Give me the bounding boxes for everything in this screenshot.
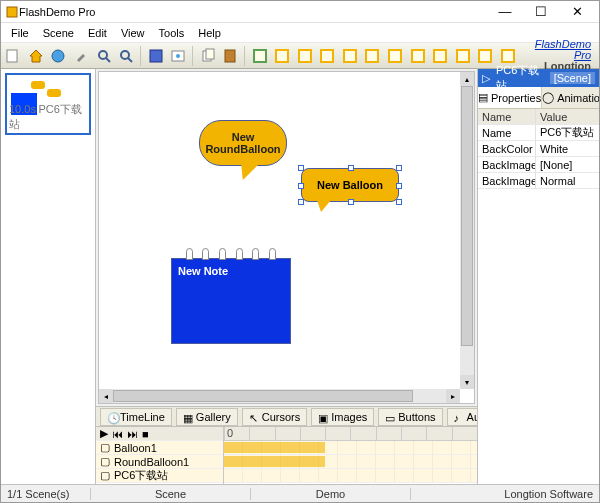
insert-note-icon[interactable]: [340, 45, 361, 67]
folder-icon: ▢: [100, 441, 110, 454]
insert-button-icon[interactable]: [407, 45, 428, 67]
wrench-icon[interactable]: [71, 45, 92, 67]
home-icon[interactable]: [26, 45, 47, 67]
insert-cursor-icon[interactable]: [249, 45, 270, 67]
scroll-up-icon[interactable]: ▴: [460, 72, 474, 86]
menu-help[interactable]: Help: [192, 25, 227, 41]
resize-handle[interactable]: [396, 183, 402, 189]
property-row[interactable]: BackColorWhite: [478, 141, 599, 157]
menu-tools[interactable]: Tools: [153, 25, 191, 41]
scrollbar-thumb[interactable]: [113, 390, 413, 402]
title-bar: FlashDemo Pro — ☐ ✕: [1, 1, 599, 23]
menu-file[interactable]: File: [5, 25, 35, 41]
new-icon[interactable]: [3, 45, 24, 67]
scene-header-icon: ▷: [482, 72, 490, 85]
timeline-controls: ▶ ⏮ ⏭ ■: [96, 427, 223, 441]
status-mode: Scene: [91, 488, 251, 500]
insert-image-icon[interactable]: [385, 45, 406, 67]
tab-buttons[interactable]: ▭Buttons: [378, 408, 442, 426]
svg-rect-1: [7, 50, 17, 62]
status-state: Demo: [251, 488, 411, 500]
stop-icon[interactable]: ■: [142, 428, 149, 440]
scroll-down-icon[interactable]: ▾: [460, 375, 474, 389]
svg-point-6: [121, 51, 129, 59]
horizontal-scrollbar[interactable]: ◂ ▸: [99, 389, 460, 403]
balloon-object[interactable]: New Balloon: [301, 168, 399, 202]
vertical-scrollbar[interactable]: ▴ ▾: [460, 72, 474, 389]
resize-handle[interactable]: [348, 199, 354, 205]
copy-icon[interactable]: [197, 45, 218, 67]
timeline-track[interactable]: ▢Balloon1: [96, 441, 223, 455]
toolbar-separator: [140, 46, 141, 66]
gallery-icon: ▦: [183, 412, 193, 422]
tab-images[interactable]: ▣Images: [311, 408, 374, 426]
zoom-in-icon[interactable]: [116, 45, 137, 67]
note-spiral-icon: [181, 248, 281, 260]
image-icon: ▣: [318, 412, 328, 422]
tab-cursors[interactable]: ↖Cursors: [242, 408, 308, 426]
thumbnail-label: 10.0s PC6下载站: [9, 102, 89, 132]
status-bar: 1/1 Scene(s) Scene Demo Longtion Softwar…: [1, 484, 599, 502]
scroll-right-icon[interactable]: ▸: [446, 389, 460, 403]
resize-handle[interactable]: [298, 165, 304, 171]
canvas[interactable]: New RoundBalloon New Balloon: [99, 72, 474, 403]
property-row[interactable]: NamePC6下载站: [478, 125, 599, 141]
insert-audio-icon[interactable]: [475, 45, 496, 67]
track-row[interactable]: [224, 441, 477, 455]
paste-icon[interactable]: [220, 45, 241, 67]
scene-header[interactable]: ▷ PC6下载站 [Scene]: [478, 69, 599, 87]
main-area: 10.0s PC6下载站 New RoundBalloon New Balloo…: [1, 69, 599, 484]
forward-icon[interactable]: ⏭: [127, 428, 138, 440]
button-icon: ▭: [385, 412, 395, 422]
insert-frame-icon[interactable]: [272, 45, 293, 67]
zoom-out-icon[interactable]: [93, 45, 114, 67]
timeline-track[interactable]: ▢PC6下载站: [96, 469, 223, 483]
preview-icon[interactable]: [168, 45, 189, 67]
tab-gallery[interactable]: ▦Gallery: [176, 408, 238, 426]
timeline-track[interactable]: ▢RoundBalloon1: [96, 455, 223, 469]
timeline-grid[interactable]: 0: [224, 427, 477, 484]
insert-text-icon[interactable]: [362, 45, 383, 67]
property-row[interactable]: BackImageStyNormal: [478, 173, 599, 189]
balloon-text: New Balloon: [317, 179, 383, 191]
maximize-button[interactable]: ☐: [523, 3, 559, 21]
property-tabs: ▤Properties ◯Animation: [478, 87, 599, 109]
resize-handle[interactable]: [396, 199, 402, 205]
note-object[interactable]: New Note: [171, 248, 291, 344]
insert-roundballoon-icon[interactable]: [317, 45, 338, 67]
svg-line-5: [106, 58, 110, 62]
rewind-icon[interactable]: ⏮: [112, 428, 123, 440]
note-text: New Note: [178, 265, 228, 277]
menu-view[interactable]: View: [115, 25, 151, 41]
minimize-button[interactable]: —: [487, 3, 523, 21]
tab-properties[interactable]: ▤Properties: [478, 87, 542, 108]
close-button[interactable]: ✕: [559, 3, 595, 21]
window-title: FlashDemo Pro: [19, 6, 487, 18]
menu-edit[interactable]: Edit: [82, 25, 113, 41]
timeline-ruler: 0: [224, 427, 477, 441]
resize-handle[interactable]: [396, 165, 402, 171]
tab-animation[interactable]: ◯Animation: [542, 87, 600, 108]
insert-balloon-icon[interactable]: [295, 45, 316, 67]
insert-shape-icon[interactable]: [430, 45, 451, 67]
menu-scene[interactable]: Scene: [37, 25, 80, 41]
scrollbar-thumb[interactable]: [461, 86, 473, 346]
brand-product[interactable]: FlashDemo Pro: [520, 39, 591, 61]
canvas-viewport: New RoundBalloon New Balloon: [98, 71, 475, 404]
tab-timeline[interactable]: 🕓TimeLine: [100, 408, 172, 426]
resize-handle[interactable]: [298, 199, 304, 205]
scroll-left-icon[interactable]: ◂: [99, 389, 113, 403]
play-icon[interactable]: ▶: [100, 427, 108, 440]
property-row[interactable]: BackImage[None]: [478, 157, 599, 173]
save-icon[interactable]: [145, 45, 166, 67]
globe-icon[interactable]: [48, 45, 69, 67]
track-row[interactable]: [224, 455, 477, 469]
round-balloon-object[interactable]: New RoundBalloon: [199, 120, 287, 166]
insert-highlight-icon[interactable]: [452, 45, 473, 67]
resize-handle[interactable]: [348, 165, 354, 171]
resize-handle[interactable]: [298, 183, 304, 189]
svg-line-7: [128, 58, 132, 62]
scene-thumbnail[interactable]: 10.0s PC6下载站: [5, 73, 91, 135]
properties-icon: ▤: [478, 91, 488, 104]
track-row[interactable]: [224, 469, 477, 483]
